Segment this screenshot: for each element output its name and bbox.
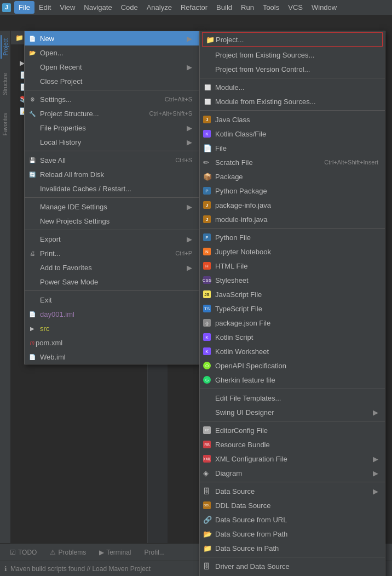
new-menu-xml-config[interactable]: XML XML Configuration File ▶ [200, 452, 385, 466]
file-menu-project-structure[interactable]: 🔧 Project Structure... Ctrl+Alt+Shift+S [25, 106, 199, 121]
new-menu-editorconfig[interactable]: EC EditorConfig File [200, 423, 385, 437]
file-menu-pomxml[interactable]: m pom.xml [25, 335, 199, 350]
new-sep-3 [200, 228, 385, 229]
new-menu-java-class[interactable]: J Java Class [200, 112, 385, 127]
file-menu-settings[interactable]: ⚙ Settings... Ctrl+Alt+S [25, 92, 199, 106]
bottom-tab-terminal[interactable]: ▶ Terminal [94, 546, 136, 558]
bottom-tab-todo[interactable]: ☑ TODO [4, 546, 42, 558]
new-menu-js[interactable]: JS JavaScript File [200, 287, 385, 301]
new-menu-module-info[interactable]: J module-info.java [200, 212, 385, 226]
new-menu-package[interactable]: 📦 Package [200, 169, 385, 184]
new-menu-module-existing[interactable]: ⬜ Module from Existing Sources... [200, 94, 385, 109]
menu-window[interactable]: Window [307, 1, 341, 14]
file-menu-src[interactable]: ▶ src [25, 321, 199, 335]
new-menu-openapi[interactable]: O OpenAPI Specification [200, 358, 385, 373]
menu-run[interactable]: Run [237, 1, 258, 14]
python-file-icon: P [203, 233, 211, 241]
bottom-tab-profiler[interactable]: Profil... [139, 546, 170, 558]
new-menu-kotlin-script[interactable]: K Kotlin Script [200, 330, 385, 344]
new-menu-driver-datasource[interactable]: 🗄 Driver and Data Source [200, 559, 385, 573]
reload-icon: 🔄 [28, 170, 37, 179]
new-menu-project-vcs[interactable]: Project from Version Control... [200, 62, 385, 76]
new-menu-project-existing[interactable]: Project from Existing Sources... [200, 48, 385, 62]
new-menu-datasource-path[interactable]: 📂 Data Source from Path [200, 527, 385, 541]
new-menu-data-source[interactable]: 🗄 Data Source ▶ [200, 484, 385, 498]
new-menu-swing[interactable]: Swing UI Designer ▶ [200, 405, 385, 419]
file-menu-new[interactable]: 📄 New ▶ [25, 31, 199, 45]
python-package-icon: P [203, 187, 211, 195]
jupyter-icon: N [203, 248, 211, 255]
menu-code[interactable]: Code [117, 1, 142, 14]
new-menu-package-info[interactable]: J package-info.java [200, 198, 385, 212]
menu-file[interactable]: File [14, 1, 34, 14]
html-icon: H [203, 262, 211, 270]
new-menu-stylesheet[interactable]: CSS Stylesheet [200, 273, 385, 287]
menu-navigate[interactable]: Navigate [79, 1, 116, 14]
diagram-icon: ◈ [203, 469, 209, 477]
file-menu-open-recent[interactable]: Open Recent ▶ [25, 60, 199, 74]
new-menu-python-package[interactable]: P Python Package [200, 184, 385, 198]
new-menu-python-file[interactable]: P Python File [200, 230, 385, 244]
file-menu-webiml[interactable]: 📄 Web.iml [25, 350, 199, 364]
sidebar-tab-project[interactable]: Project [1, 35, 10, 59]
new-menu-file[interactable]: 📄 File [200, 141, 385, 155]
file-menu-new-project-settings[interactable]: New Projects Settings [25, 214, 199, 228]
file-menu-file-properties[interactable]: File Properties ▶ [25, 121, 199, 135]
new-menu-diagram[interactable]: ◈ Diagram ▶ [200, 466, 385, 480]
openapi-icon: O [203, 362, 211, 369]
new-menu-project[interactable]: 📁 Project... [202, 32, 383, 47]
file-menu-save-all[interactable]: 💾 Save All Ctrl+S [25, 153, 199, 167]
package-icon: 📦 [203, 173, 212, 181]
new-sep-7 [200, 557, 385, 557]
new-menu-ddl[interactable]: DDL DDL Data Source [200, 498, 385, 512]
new-menu-gherkin[interactable]: G Gherkin feature file [200, 373, 385, 387]
new-menu-resource-bundle[interactable]: RB Resource Bundle [200, 437, 385, 452]
file-menu-local-history[interactable]: Local History ▶ [25, 135, 199, 149]
menu-view[interactable]: View [55, 1, 79, 14]
pom-icon: m [28, 338, 37, 347]
menu-refactor[interactable]: Refactor [176, 1, 212, 14]
file-menu-manage-ide[interactable]: Manage IDE Settings ▶ [25, 199, 199, 214]
file-menu-export[interactable]: Export ▶ [25, 232, 199, 246]
menu-tools[interactable]: Tools [258, 1, 284, 14]
menu-analyze[interactable]: Analyze [142, 1, 176, 14]
new-sep-5 [200, 421, 385, 421]
new-menu-kotlin-class[interactable]: K Kotlin Class/File [200, 127, 385, 141]
menu-edit[interactable]: Edit [34, 1, 55, 14]
todo-icon: ☑ [10, 549, 16, 556]
new-sep-2 [200, 110, 385, 111]
ts-icon: TS [203, 305, 211, 312]
ddl-icon: DDL [203, 501, 211, 509]
new-menu-datasource-in-path[interactable]: 📁 Data Source in Path [200, 541, 385, 555]
file-menu-exit[interactable]: Exit [25, 293, 199, 307]
file-menu-day001[interactable]: 📄 day001.iml [25, 307, 199, 321]
scratch-icon: ✏ [203, 158, 209, 167]
file-menu-print[interactable]: 🖨 Print... Ctrl+P [25, 246, 199, 260]
new-menu-kotlin-worksheet[interactable]: K Kotlin Worksheet [200, 344, 385, 358]
new-menu-datasource-url[interactable]: 🔗 Data Source from URL [200, 512, 385, 527]
new-menu-driver[interactable]: 🔧 Driver [200, 573, 385, 576]
module-existing-icon: ⬜ [203, 97, 212, 106]
menu-build[interactable]: Build [212, 1, 237, 14]
new-menu-edit-templates[interactable]: Edit File Templates... [200, 391, 385, 405]
new-menu-scratch-file[interactable]: ✏ Scratch File Ctrl+Alt+Shift+Insert [200, 155, 385, 169]
menu-vcs[interactable]: VCS [284, 1, 307, 14]
file-menu-open[interactable]: 📂 Open... [25, 45, 199, 60]
sidebar-tab-structure[interactable]: Structure [1, 70, 9, 99]
datasource-inpath-icon: 📁 [203, 544, 212, 552]
file-menu-reload[interactable]: 🔄 Reload All from Disk [25, 167, 199, 181]
file-menu-add-favorites[interactable]: Add to Favorites ▶ [25, 260, 199, 275]
terminal-icon: ▶ [99, 549, 104, 556]
bottom-tab-problems[interactable]: ⚠ Problems [44, 546, 91, 558]
new-menu-json[interactable]: {} package.json File [200, 316, 385, 330]
new-menu-html[interactable]: H HTML File [200, 259, 385, 273]
sidebar-tab-favorites[interactable]: Favorites [1, 110, 9, 139]
datasource-icon: 🗄 [203, 487, 210, 495]
file-menu-power-save[interactable]: Power Save Mode [25, 275, 199, 289]
new-menu-module[interactable]: ⬜ Module... [200, 80, 385, 94]
new-menu-ts[interactable]: TS TypeScript File [200, 301, 385, 316]
file-menu-invalidate[interactable]: Invalidate Caches / Restart... [25, 181, 199, 196]
file-menu-close-project[interactable]: Close Project [25, 74, 199, 88]
new-menu-jupyter[interactable]: N Jupyter Notebook [200, 244, 385, 259]
separator-1 [25, 90, 199, 90]
